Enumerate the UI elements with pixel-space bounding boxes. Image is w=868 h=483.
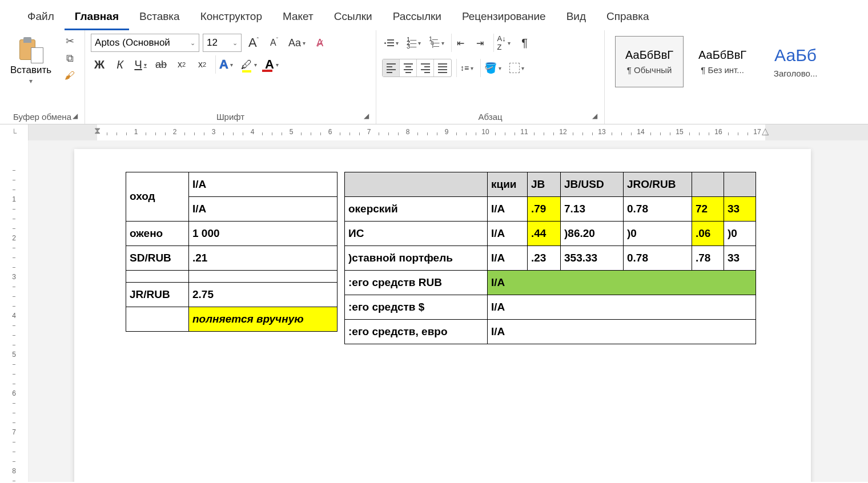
table-cell[interactable]: I/A bbox=[488, 295, 756, 319]
align-center-button[interactable] bbox=[400, 59, 417, 77]
align-left-button[interactable] bbox=[383, 59, 400, 77]
table-cell[interactable] bbox=[189, 270, 337, 282]
grow-font-button[interactable]: Aˆ bbox=[245, 34, 262, 52]
page[interactable]: оходI/A I/A ожено1 000 SD/RUB.21 JR/RUB2… bbox=[74, 149, 811, 482]
table-cell[interactable]: 0.78 bbox=[624, 196, 692, 221]
tab-insert[interactable]: Вставка bbox=[129, 5, 190, 30]
table-cell[interactable]: 353.33 bbox=[561, 245, 624, 270]
table-cell[interactable]: 2.75 bbox=[189, 282, 337, 307]
table-cell[interactable] bbox=[126, 307, 189, 331]
table-cell[interactable]: 33 bbox=[724, 196, 756, 221]
sort-button[interactable]: A↓Z bbox=[493, 34, 513, 52]
table-row[interactable]: )ставной портфельI/A.23353.330.78.7833 bbox=[345, 245, 756, 270]
table-cell[interactable]: .23 bbox=[528, 245, 561, 270]
line-spacing-button[interactable]: ↕≡ bbox=[456, 59, 476, 77]
table-header[interactable]: кции bbox=[488, 172, 528, 196]
table-cell[interactable]: оход bbox=[126, 172, 189, 221]
right-table[interactable]: кции JB JB/USD JRO/RUB окерскийI/A.797.1… bbox=[344, 160, 756, 344]
table-header[interactable] bbox=[345, 172, 488, 196]
table-cell[interactable]: .78 bbox=[692, 245, 724, 270]
table-header[interactable]: JB/USD bbox=[561, 172, 624, 196]
font-size-combo[interactable]: 12⌄ bbox=[203, 34, 242, 52]
change-case-button[interactable]: Aa bbox=[286, 34, 308, 52]
table-cell[interactable]: 72 bbox=[692, 196, 724, 221]
paragraph-launcher[interactable]: ◢ bbox=[592, 112, 597, 120]
vertical-ruler[interactable]: 123456789 bbox=[0, 140, 29, 482]
tab-view[interactable]: Вид bbox=[556, 5, 596, 30]
shrink-font-button[interactable]: Aˇ bbox=[266, 34, 283, 52]
left-table[interactable]: оходI/A I/A ожено1 000 SD/RUB.21 JR/RUB2… bbox=[126, 160, 337, 332]
show-marks-button[interactable]: ¶ bbox=[516, 34, 533, 52]
table-cell[interactable]: )86.20 bbox=[561, 221, 624, 245]
table-cell[interactable]: )0 bbox=[724, 221, 756, 245]
table-cell[interactable]: полняется вручную bbox=[189, 307, 337, 331]
shading-button[interactable]: 🪣 bbox=[480, 59, 504, 77]
table-cell[interactable]: :его средств $ bbox=[345, 295, 488, 319]
table-cell[interactable]: .44 bbox=[528, 221, 561, 245]
table-cell[interactable]: )0 bbox=[624, 221, 692, 245]
bullets-button[interactable] bbox=[382, 34, 401, 52]
highlight-button[interactable]: 🖊 bbox=[239, 55, 259, 74]
subscript-button[interactable]: x2 bbox=[173, 55, 190, 74]
table-cell[interactable]: 33 bbox=[724, 245, 756, 270]
table-cell[interactable]: JR/RUB bbox=[126, 282, 189, 307]
tab-references[interactable]: Ссылки bbox=[324, 5, 383, 30]
tab-home[interactable]: Главная bbox=[65, 5, 129, 30]
clipboard-launcher[interactable]: ◢ bbox=[73, 112, 78, 120]
table-cell[interactable]: ожено bbox=[126, 221, 189, 245]
table-cell[interactable]: SD/RUB bbox=[126, 245, 189, 270]
style-heading1[interactable]: АаБб Заголово... bbox=[761, 36, 830, 87]
tab-review[interactable]: Рецензирование bbox=[452, 5, 556, 30]
increase-indent-button[interactable]: ⇥ bbox=[472, 34, 489, 52]
tab-mailings[interactable]: Рассылки bbox=[383, 5, 452, 30]
cut-button[interactable]: ✂ bbox=[63, 35, 77, 47]
table-cell[interactable]: ИС bbox=[345, 221, 488, 245]
table-cell[interactable]: I/A bbox=[189, 196, 337, 221]
table-row[interactable]: окерскийI/A.797.130.787233 bbox=[345, 196, 756, 221]
strikethrough-button[interactable]: ab bbox=[152, 55, 170, 74]
horizontal-ruler[interactable]: ⧗123456789101112131415161718△ bbox=[29, 124, 868, 140]
table-cell[interactable]: .79 bbox=[528, 196, 561, 221]
table-cell[interactable] bbox=[126, 270, 189, 282]
table-cell[interactable]: окерский bbox=[345, 196, 488, 221]
table-cell[interactable]: I/A bbox=[488, 270, 756, 295]
table-cell[interactable]: 1 000 bbox=[189, 221, 337, 245]
font-launcher[interactable]: ◢ bbox=[364, 112, 369, 120]
table-row[interactable]: :его средств RUBI/A bbox=[345, 270, 756, 295]
borders-button[interactable] bbox=[507, 59, 527, 77]
table-cell[interactable]: .06 bbox=[692, 221, 724, 245]
tab-design[interactable]: Конструктор bbox=[190, 5, 272, 30]
underline-button[interactable]: Ч bbox=[132, 55, 149, 74]
table-cell[interactable]: I/A bbox=[488, 196, 528, 221]
tab-file[interactable]: Файл bbox=[17, 5, 65, 30]
table-cell[interactable]: I/A bbox=[488, 221, 528, 245]
table-row[interactable]: :его средств, евроI/A bbox=[345, 319, 756, 344]
text-effects-button[interactable]: A bbox=[215, 55, 235, 74]
table-cell[interactable]: :его средств, евро bbox=[345, 319, 488, 344]
table-cell[interactable]: )ставной портфель bbox=[345, 245, 488, 270]
table-cell[interactable]: 7.13 bbox=[561, 196, 624, 221]
table-cell[interactable]: I/A bbox=[488, 245, 528, 270]
align-right-button[interactable] bbox=[417, 59, 434, 77]
tab-layout[interactable]: Макет bbox=[272, 5, 324, 30]
justify-button[interactable] bbox=[434, 59, 451, 77]
table-row[interactable]: :его средств $I/A bbox=[345, 295, 756, 319]
multilevel-button[interactable]: 1— a— i— bbox=[427, 34, 446, 52]
tab-selector[interactable]: └ bbox=[0, 124, 29, 140]
tab-help[interactable]: Справка bbox=[596, 5, 660, 30]
table-cell[interactable]: I/A bbox=[189, 172, 337, 196]
table-header[interactable]: JB bbox=[528, 172, 561, 196]
table-cell[interactable]: I/A bbox=[488, 319, 756, 344]
table-cell[interactable]: 0.78 bbox=[624, 245, 692, 270]
copy-button[interactable]: ⧉ bbox=[63, 52, 77, 65]
table-header[interactable] bbox=[692, 172, 724, 196]
numbering-button[interactable]: 1—2—3— bbox=[404, 34, 423, 52]
clear-formatting-button[interactable]: A̷ bbox=[311, 34, 328, 52]
table-header[interactable]: JRO/RUB bbox=[624, 172, 692, 196]
decrease-indent-button[interactable]: ⇤ bbox=[451, 34, 468, 52]
format-painter-button[interactable]: 🖌 bbox=[63, 69, 77, 82]
italic-button[interactable]: К bbox=[111, 55, 128, 74]
font-color-button[interactable]: A bbox=[263, 55, 281, 74]
style-normal[interactable]: АаБбВвГ ¶ Обычный bbox=[615, 36, 684, 87]
table-row[interactable]: ИСI/A.44)86.20)0.06)0 bbox=[345, 221, 756, 245]
